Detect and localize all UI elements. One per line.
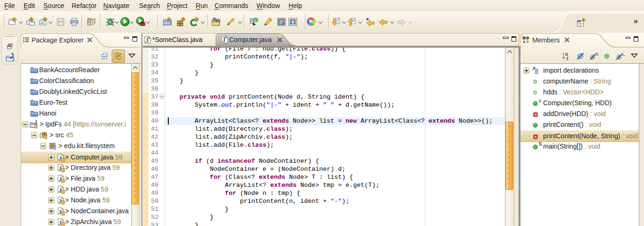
- svg-text:J: J: [35, 120, 37, 125]
- svg-text:C: C: [254, 18, 257, 23]
- svg-text:z: z: [566, 56, 569, 61]
- svg-text:S: S: [595, 52, 598, 57]
- svg-text:¶: ¶: [291, 19, 294, 25]
- svg-text:L: L: [622, 52, 625, 57]
